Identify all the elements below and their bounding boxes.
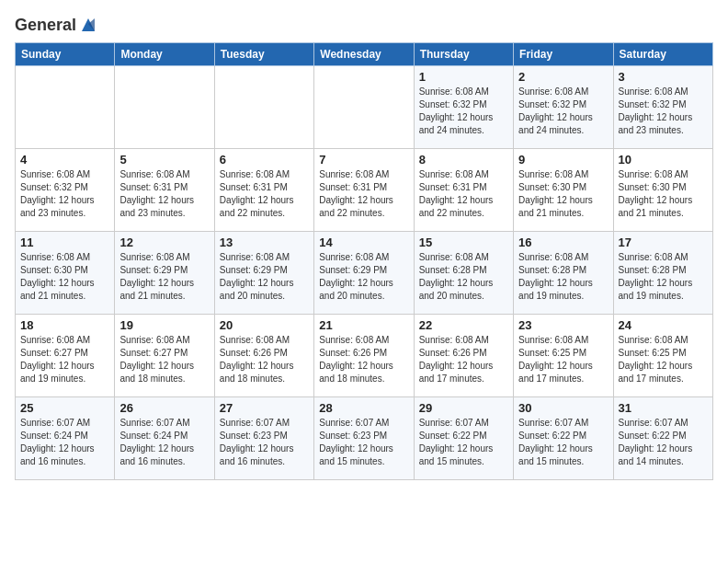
day-header-saturday: Saturday	[613, 43, 712, 66]
week-row-4: 18Sunrise: 6:08 AM Sunset: 6:27 PM Dayli…	[16, 315, 713, 397]
calendar-cell: 28Sunrise: 6:07 AM Sunset: 6:23 PM Dayli…	[314, 397, 414, 480]
day-info: Sunrise: 6:08 AM Sunset: 6:25 PM Dayligh…	[619, 334, 708, 385]
day-number: 10	[619, 153, 708, 167]
day-info: Sunrise: 6:08 AM Sunset: 6:31 PM Dayligh…	[220, 168, 309, 220]
calendar-cell: 17Sunrise: 6:08 AM Sunset: 6:28 PM Dayli…	[613, 232, 712, 315]
day-number: 23	[518, 318, 608, 332]
day-info: Sunrise: 6:08 AM Sunset: 6:29 PM Dayligh…	[119, 251, 209, 303]
calendar-cell: 22Sunrise: 6:08 AM Sunset: 6:26 PM Dayli…	[414, 315, 513, 397]
week-row-1: 1Sunrise: 6:08 AM Sunset: 6:32 PM Daylig…	[16, 66, 713, 149]
calendar-cell: 23Sunrise: 6:08 AM Sunset: 6:25 PM Dayli…	[514, 315, 613, 397]
day-info: Sunrise: 6:08 AM Sunset: 6:26 PM Dayligh…	[220, 334, 309, 385]
week-row-2: 4Sunrise: 6:08 AM Sunset: 6:32 PM Daylig…	[16, 149, 713, 232]
day-info: Sunrise: 6:07 AM Sunset: 6:22 PM Dayligh…	[619, 417, 708, 468]
day-header-tuesday: Tuesday	[214, 43, 313, 66]
day-number: 13	[220, 236, 309, 249]
day-number: 29	[419, 401, 508, 415]
day-header-monday: Monday	[115, 43, 214, 66]
day-number: 4	[20, 153, 109, 167]
calendar-cell: 21Sunrise: 6:08 AM Sunset: 6:26 PM Dayli…	[314, 315, 414, 397]
day-number: 2	[518, 70, 608, 84]
day-info: Sunrise: 6:08 AM Sunset: 6:30 PM Dayligh…	[518, 168, 608, 220]
day-number: 6	[220, 153, 309, 167]
day-info: Sunrise: 6:08 AM Sunset: 6:31 PM Dayligh…	[419, 168, 508, 220]
day-info: Sunrise: 6:08 AM Sunset: 6:28 PM Dayligh…	[619, 251, 708, 303]
calendar-cell: 15Sunrise: 6:08 AM Sunset: 6:28 PM Dayli…	[414, 232, 513, 315]
logo-text: General	[15, 17, 76, 35]
calendar-cell: 8Sunrise: 6:08 AM Sunset: 6:31 PM Daylig…	[414, 149, 513, 232]
day-info: Sunrise: 6:07 AM Sunset: 6:23 PM Dayligh…	[220, 417, 309, 468]
day-number: 19	[119, 318, 209, 332]
day-info: Sunrise: 6:07 AM Sunset: 6:22 PM Dayligh…	[518, 417, 608, 468]
page-header: General	[15, 15, 713, 35]
day-info: Sunrise: 6:08 AM Sunset: 6:29 PM Dayligh…	[220, 251, 309, 303]
day-number: 5	[119, 153, 209, 167]
calendar-cell: 30Sunrise: 6:07 AM Sunset: 6:22 PM Dayli…	[514, 397, 613, 480]
day-header-friday: Friday	[514, 43, 613, 66]
day-number: 21	[319, 318, 408, 332]
day-number: 24	[619, 318, 708, 332]
calendar-cell: 6Sunrise: 6:08 AM Sunset: 6:31 PM Daylig…	[214, 149, 313, 232]
calendar-cell: 27Sunrise: 6:07 AM Sunset: 6:23 PM Dayli…	[214, 397, 313, 480]
calendar-cell: 13Sunrise: 6:08 AM Sunset: 6:29 PM Dayli…	[214, 232, 313, 315]
calendar-cell: 3Sunrise: 6:08 AM Sunset: 6:32 PM Daylig…	[613, 66, 712, 149]
day-number: 22	[419, 318, 508, 332]
day-number: 1	[419, 70, 508, 84]
day-info: Sunrise: 6:08 AM Sunset: 6:27 PM Dayligh…	[20, 334, 109, 385]
calendar-table: SundayMondayTuesdayWednesdayThursdayFrid…	[15, 42, 713, 480]
logo-icon	[78, 15, 98, 35]
day-number: 26	[119, 401, 209, 415]
calendar-cell: 24Sunrise: 6:08 AM Sunset: 6:25 PM Dayli…	[613, 315, 712, 397]
day-number: 7	[319, 153, 408, 167]
calendar-cell: 4Sunrise: 6:08 AM Sunset: 6:32 PM Daylig…	[16, 149, 115, 232]
calendar-cell: 14Sunrise: 6:08 AM Sunset: 6:29 PM Dayli…	[314, 232, 414, 315]
day-number: 20	[220, 318, 309, 332]
day-number: 9	[518, 153, 608, 167]
calendar-cell: 11Sunrise: 6:08 AM Sunset: 6:30 PM Dayli…	[16, 232, 115, 315]
day-number: 8	[419, 153, 508, 167]
calendar-cell: 20Sunrise: 6:08 AM Sunset: 6:26 PM Dayli…	[214, 315, 313, 397]
day-header-wednesday: Wednesday	[314, 43, 414, 66]
calendar-cell	[314, 66, 414, 149]
calendar-cell	[16, 66, 115, 149]
calendar-cell: 25Sunrise: 6:07 AM Sunset: 6:24 PM Dayli…	[16, 397, 115, 480]
day-info: Sunrise: 6:08 AM Sunset: 6:29 PM Dayligh…	[319, 251, 408, 303]
day-number: 31	[619, 401, 708, 415]
calendar-cell: 16Sunrise: 6:08 AM Sunset: 6:28 PM Dayli…	[514, 232, 613, 315]
calendar-cell	[115, 66, 214, 149]
day-info: Sunrise: 6:08 AM Sunset: 6:32 PM Dayligh…	[419, 86, 508, 137]
day-info: Sunrise: 6:07 AM Sunset: 6:24 PM Dayligh…	[20, 417, 109, 468]
day-number: 16	[518, 236, 608, 249]
calendar-cell: 18Sunrise: 6:08 AM Sunset: 6:27 PM Dayli…	[16, 315, 115, 397]
day-header-thursday: Thursday	[414, 43, 513, 66]
day-info: Sunrise: 6:07 AM Sunset: 6:22 PM Dayligh…	[419, 417, 508, 468]
day-number: 3	[619, 70, 708, 84]
day-info: Sunrise: 6:08 AM Sunset: 6:31 PM Dayligh…	[319, 168, 408, 220]
calendar-cell: 19Sunrise: 6:08 AM Sunset: 6:27 PM Dayli…	[115, 315, 214, 397]
day-number: 12	[119, 236, 209, 249]
day-info: Sunrise: 6:08 AM Sunset: 6:26 PM Dayligh…	[419, 334, 508, 385]
week-row-3: 11Sunrise: 6:08 AM Sunset: 6:30 PM Dayli…	[16, 232, 713, 315]
day-info: Sunrise: 6:08 AM Sunset: 6:32 PM Dayligh…	[518, 86, 608, 137]
day-info: Sunrise: 6:08 AM Sunset: 6:32 PM Dayligh…	[20, 168, 109, 220]
day-info: Sunrise: 6:08 AM Sunset: 6:32 PM Dayligh…	[619, 86, 708, 137]
day-number: 27	[220, 401, 309, 415]
week-row-5: 25Sunrise: 6:07 AM Sunset: 6:24 PM Dayli…	[16, 397, 713, 480]
calendar-cell: 29Sunrise: 6:07 AM Sunset: 6:22 PM Dayli…	[414, 397, 513, 480]
calendar-cell: 10Sunrise: 6:08 AM Sunset: 6:30 PM Dayli…	[613, 149, 712, 232]
calendar-cell: 7Sunrise: 6:08 AM Sunset: 6:31 PM Daylig…	[314, 149, 414, 232]
day-number: 14	[319, 236, 408, 249]
calendar-cell	[214, 66, 313, 149]
day-info: Sunrise: 6:08 AM Sunset: 6:28 PM Dayligh…	[419, 251, 508, 303]
day-number: 18	[20, 318, 109, 332]
calendar-cell: 2Sunrise: 6:08 AM Sunset: 6:32 PM Daylig…	[514, 66, 613, 149]
calendar-cell: 31Sunrise: 6:07 AM Sunset: 6:22 PM Dayli…	[613, 397, 712, 480]
days-header-row: SundayMondayTuesdayWednesdayThursdayFrid…	[16, 43, 713, 66]
day-number: 25	[20, 401, 109, 415]
calendar-cell: 9Sunrise: 6:08 AM Sunset: 6:30 PM Daylig…	[514, 149, 613, 232]
day-info: Sunrise: 6:07 AM Sunset: 6:23 PM Dayligh…	[319, 417, 408, 468]
day-info: Sunrise: 6:08 AM Sunset: 6:27 PM Dayligh…	[119, 334, 209, 385]
day-info: Sunrise: 6:08 AM Sunset: 6:31 PM Dayligh…	[119, 168, 209, 220]
calendar-cell: 5Sunrise: 6:08 AM Sunset: 6:31 PM Daylig…	[115, 149, 214, 232]
day-info: Sunrise: 6:08 AM Sunset: 6:30 PM Dayligh…	[619, 168, 708, 220]
